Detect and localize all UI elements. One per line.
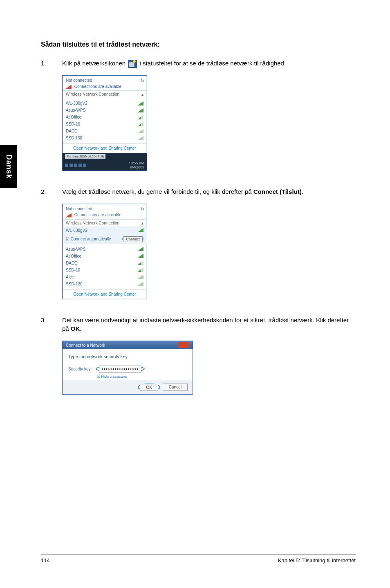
step-2-text-b: . — [302, 188, 303, 195]
step-1-number: 1. — [41, 59, 62, 68]
caret-up-icon[interactable]: ▴ — [141, 221, 143, 225]
dialog-body: Type the network security key Security k… — [63, 349, 193, 380]
network-name: Alce — [66, 275, 74, 279]
refresh-icon[interactable]: ↻ — [141, 78, 144, 83]
list-item[interactable]: WL-330gV2 — [63, 100, 147, 107]
screenshot-security-dialog: Connect to a Network Type the network se… — [62, 341, 193, 395]
dialog-prompt: Type the network security key — [68, 354, 187, 359]
hide-characters-checkbox[interactable]: ☑ Hide characters — [97, 375, 187, 379]
shot2-section-label: Wireless Network Connection — [66, 221, 119, 225]
list-item[interactable]: At Office — [63, 253, 147, 260]
auto-connect-checkbox[interactable]: ☑ Connect automatically — [66, 237, 111, 241]
caret-up-icon[interactable]: ▴ — [141, 92, 143, 97]
close-icon[interactable] — [178, 342, 189, 348]
network-name: Asus-WPS — [66, 108, 85, 112]
shot1-section-header: Wireless Network Connection ▴ — [63, 91, 147, 98]
network-name: At Office — [66, 254, 81, 258]
dialog-titlebar: Connect to a Network — [63, 341, 193, 349]
shot1-available: Connections are available — [74, 84, 121, 89]
signal-icon — [138, 108, 143, 112]
signal-icon — [138, 254, 143, 258]
list-item[interactable]: At Office — [63, 114, 147, 121]
list-item[interactable]: SSD-10 — [63, 121, 147, 128]
page-footer: 114 Kapitel 5: Tilslutning til internett… — [41, 554, 356, 563]
step-3-number: 3. — [41, 316, 62, 325]
tray-icon — [83, 164, 86, 167]
step-3-text-b: . — [80, 325, 81, 332]
network-name: SSD-10 — [66, 268, 80, 272]
signal-icon — [138, 228, 143, 232]
signal-icon — [138, 122, 143, 126]
page-number: 114 — [41, 557, 50, 563]
ok-button-highlight: OK — [138, 384, 160, 391]
list-item[interactable]: DACQ — [63, 260, 147, 267]
tray-icon — [78, 164, 82, 167]
network-name: WL-330gV2 — [66, 101, 87, 105]
screenshot-network-list: ↻ Not connected Connections are availabl… — [62, 75, 147, 171]
step-2-number: 2. — [41, 187, 62, 196]
tray-icon — [74, 164, 77, 167]
signal-icon — [138, 247, 143, 251]
list-item[interactable]: Asus-WPS — [63, 107, 147, 114]
taskbar-app-tag: Printkey 2000 v6.10 (Full) — [65, 154, 105, 159]
step-2-body: Vælg det trådløse netværk, du gerne vil … — [62, 187, 356, 196]
selected-network-name: WL-530gV2 — [66, 228, 87, 233]
tray-date: 9/4/2009 — [129, 165, 144, 169]
dialog-title: Connect to a Network — [66, 343, 105, 348]
connect-button[interactable]: Connect — [123, 236, 143, 242]
security-key-field: Security key: •••••••••••••••••••• — [68, 366, 187, 372]
step-2-bold: Connect (Tilslut) — [253, 188, 302, 195]
network-name: SSD-130 — [66, 282, 83, 286]
step-3-text-a: Det kan være nødvendigt at indtaste netv… — [62, 316, 349, 332]
network-name: DACQ — [66, 261, 78, 265]
shot1-taskbar: Printkey 2000 v6.10 (Full) — [63, 153, 147, 160]
step-3-bold: OK — [71, 325, 80, 332]
ok-button[interactable]: OK — [140, 384, 158, 391]
list-item[interactable]: Asus-WPS — [63, 246, 147, 253]
open-network-center-link[interactable]: Open Network and Sharing Center — [63, 289, 147, 299]
shot2-not-connected: Not connected — [66, 206, 143, 211]
security-key-input[interactable]: •••••••••••••••••••• — [99, 366, 141, 373]
language-side-tab: Dansk — [0, 145, 17, 188]
open-network-center-link[interactable]: Open Network and Sharing Center — [63, 143, 147, 153]
list-item[interactable]: SSD-130 — [63, 281, 147, 287]
signal-icon — [138, 268, 143, 272]
network-name: Asus-WPS — [66, 247, 85, 251]
shot1-network-list: WL-330gV2 Asus-WPS At Office SSD-10 DACQ… — [63, 98, 147, 143]
shot1-section-label: Wireless Network Connection — [66, 92, 119, 97]
signal-icon — [138, 282, 143, 286]
list-item[interactable]: Alce — [63, 274, 147, 281]
selected-network[interactable]: WL-530gV2 — [63, 227, 147, 234]
connect-button-highlight: Connect — [122, 236, 143, 242]
screenshot-connect: ↻ Not connected Connections are availabl… — [62, 204, 147, 299]
network-name: At Office — [66, 115, 81, 119]
dialog-footer: OK Cancel — [63, 380, 193, 394]
list-item[interactable]: DACQ — [63, 128, 147, 135]
signal-icon — [138, 136, 143, 140]
step-3: 3. Det kan være nødvendigt at indtaste n… — [41, 316, 356, 334]
cancel-button[interactable]: Cancel — [163, 384, 188, 391]
signal-warning-icon — [66, 85, 72, 89]
tray-icon — [69, 164, 73, 167]
security-key-highlight: •••••••••••••••••••• — [96, 366, 145, 372]
step-2-text-a: Vælg det trådløse netværk, du gerne vil … — [62, 188, 253, 195]
shot1-not-connected: Not connected — [66, 78, 143, 83]
tray-icon — [65, 164, 68, 167]
step-3-body: Det kan være nødvendigt at indtaste netv… — [62, 316, 356, 334]
list-item[interactable]: SSD 130 — [63, 135, 147, 141]
step-1-text-pre: Klik på netværksikonen — [62, 60, 127, 67]
signal-icon — [138, 101, 143, 105]
signal-icon — [138, 275, 143, 279]
list-item[interactable]: SSD-10 — [63, 267, 147, 274]
network-name: DACQ — [66, 129, 78, 133]
shot2-section-header: Wireless Network Connection ▴ — [63, 220, 147, 227]
signal-icon — [138, 129, 143, 133]
step-1-text-post: i statusfeltet for at se de trådløse net… — [139, 60, 286, 67]
step-1-body: Klik på netværksikonen i statusfeltet fo… — [62, 59, 356, 68]
signal-warning-icon — [66, 213, 72, 218]
network-name: SSD-10 — [66, 122, 80, 126]
step-1: 1. Klik på netværksikonen i statusfeltet… — [41, 59, 356, 68]
network-name: SSD 130 — [66, 136, 82, 140]
refresh-icon[interactable]: ↻ — [141, 206, 144, 212]
shot1-tray: 10:55 AM 9/4/2009 — [63, 160, 147, 171]
